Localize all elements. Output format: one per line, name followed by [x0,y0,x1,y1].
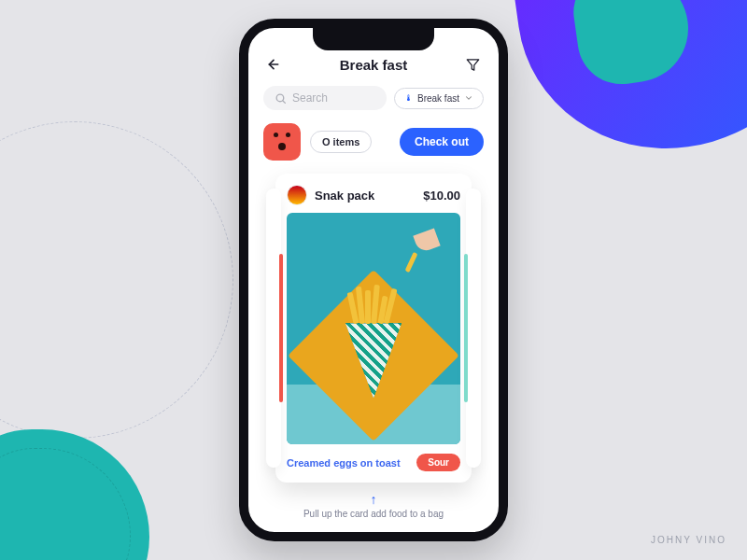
pull-hint-text: Pull up the card add food to a bag [263,509,484,519]
page-title: Break fast [340,57,408,73]
svg-marker-1 [468,59,480,69]
decorative-blob-bottom-left [0,429,149,560]
product-name: Snak pack [315,189,374,203]
decorative-blob-top-right [510,0,747,168]
phone-mockup: Break fast Search 🌡 Break fast O items C… [239,19,508,541]
thermometer-icon: 🌡 [404,93,413,103]
svg-line-3 [283,100,285,102]
search-input[interactable]: Search [263,86,387,110]
search-icon [275,92,287,105]
flavor-tag: Sour [416,454,460,471]
app-screen: Break fast Search 🌡 Break fast O items C… [248,28,499,532]
arrow-up-icon: ↑ [263,492,484,507]
food-carousel[interactable]: Snak pack $10.00 Creamed eggs on toast [263,174,484,483]
bag-row: O items Check out [263,123,484,161]
card-footer: Creamed eggs on toast Sour [287,454,460,471]
checkout-button[interactable]: Check out [400,128,484,156]
card-header: Snak pack $10.00 [287,185,460,205]
cart-items-count: O items [310,131,372,153]
food-card[interactable]: Snak pack $10.00 Creamed eggs on toast [275,174,472,483]
bag-icon[interactable] [263,123,301,161]
pull-hint: ↑ Pull up the card add food to a bag [263,492,484,519]
filter-icon [466,58,480,72]
search-placeholder: Search [292,91,328,105]
product-image [287,213,460,444]
credit-text: JOHNY VINO [651,535,726,545]
arrow-left-icon [266,57,281,72]
prev-card-peek[interactable] [266,189,281,468]
filter-button[interactable] [463,54,484,75]
decorative-dashed-circle [0,121,233,439]
app-header: Break fast [263,54,484,75]
brand-icon [287,185,307,205]
next-card-peek[interactable] [466,189,481,468]
search-row: Search 🌡 Break fast [263,86,484,110]
category-pill-label: Break fast [417,93,459,104]
product-subtitle: Creamed eggs on toast [287,457,401,469]
chevron-down-icon [464,93,473,103]
phone-notch [313,28,434,50]
category-pill[interactable]: 🌡 Break fast [394,88,484,109]
product-price: $10.00 [423,189,460,203]
back-button[interactable] [263,54,284,75]
